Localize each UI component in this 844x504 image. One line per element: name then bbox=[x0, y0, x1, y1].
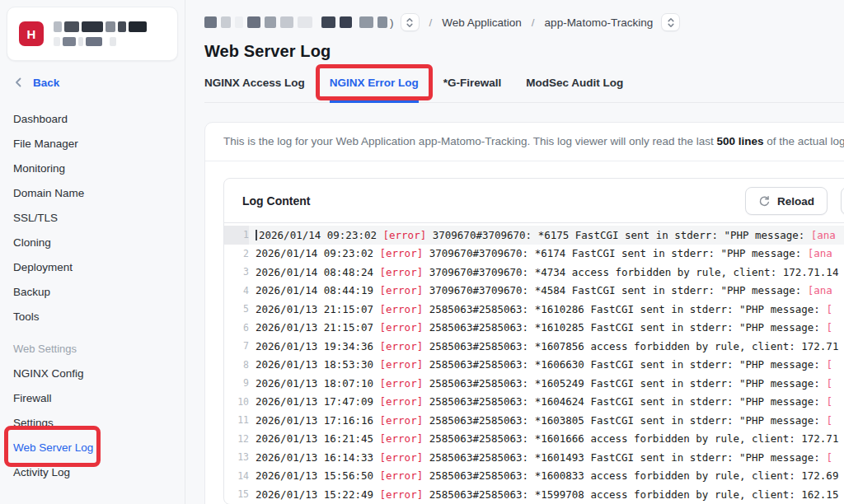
tab-modsec-audit-log[interactable]: ModSec Audit Log bbox=[526, 77, 623, 103]
breadcrumb-item-app[interactable]: app-Matomo-Tracking bbox=[545, 16, 654, 29]
log-line-text: 2026/01/14 09:23:02 [error] 3709670#3709… bbox=[256, 247, 832, 259]
tab-bar: NGINX Access LogNGINX Error Log*G-Firewa… bbox=[204, 77, 844, 103]
log-line-text: 2026/01/13 21:15:07 [error] 2585063#2585… bbox=[256, 321, 832, 334]
secondary-action-button[interactable] bbox=[841, 187, 844, 215]
log-line-number: 3 bbox=[224, 266, 249, 278]
log-line-text: 2026/01/13 16:14:33 [error] 2585063#2585… bbox=[256, 451, 832, 464]
log-line-number: 4 bbox=[224, 285, 249, 296]
log-line[interactable]: 82026/01/13 18:53:30 [error] 2585063#258… bbox=[224, 356, 844, 375]
sidebar-item-label: Tools bbox=[13, 305, 40, 329]
log-line[interactable]: 32026/01/14 08:48:24 [error] 3709670#370… bbox=[224, 263, 844, 282]
log-line[interactable]: 42026/01/14 08:44:19 [error] 3709670#370… bbox=[224, 282, 844, 301]
sidebar-item-dashboard[interactable]: Dashboard bbox=[0, 107, 185, 132]
log-line[interactable]: 112026/01/13 17:16:16 [error] 2585063#25… bbox=[224, 411, 844, 430]
back-label: Back bbox=[33, 77, 59, 89]
sidebar-item-label: Web Server Log bbox=[13, 436, 93, 460]
sidebar-item-label: Domain Name bbox=[13, 181, 84, 206]
sidebar-item-firewall[interactable]: Firewall bbox=[0, 386, 185, 411]
reload-icon bbox=[758, 195, 771, 208]
log-line-text: 2026/01/13 15:56:50 [error] 2585063#2585… bbox=[256, 469, 838, 482]
page-title: Web Server Log bbox=[204, 42, 844, 61]
sidebar-item-label: File Manager bbox=[13, 132, 78, 156]
sidebar-item-cloning[interactable]: Cloning bbox=[0, 231, 185, 255]
content-card: This is the log for your Web Application… bbox=[204, 122, 844, 504]
breadcrumb-separator: / bbox=[429, 16, 433, 29]
log-line-number: 8 bbox=[224, 359, 249, 371]
log-line-text: 2026/01/13 17:16:16 [error] 2585063#2585… bbox=[256, 414, 832, 427]
logo-icon: H bbox=[19, 21, 44, 46]
log-line-text: 2026/01/13 15:22:49 [error] 2585063#2585… bbox=[256, 488, 838, 501]
chevron-left-icon bbox=[15, 77, 21, 87]
log-line-number: 15 bbox=[224, 488, 249, 500]
sidebar-nav: DashboardFile ManagerMonitoringDomain Na… bbox=[0, 107, 185, 329]
sidebar: H Back DashboardFile ManagerM bbox=[0, 0, 185, 504]
log-line[interactable]: 52026/01/13 21:15:07 [error] 2585063#258… bbox=[224, 300, 844, 319]
tab--g-firewall[interactable]: *G-Firewall bbox=[443, 77, 502, 103]
app-selector-button[interactable] bbox=[661, 13, 680, 31]
sidebar-item-label: Settings bbox=[13, 411, 54, 436]
log-line[interactable]: 72026/01/13 19:34:36 [error] 2585063#258… bbox=[224, 337, 844, 356]
breadcrumb-separator: / bbox=[532, 16, 535, 29]
banner-bold: 500 lines bbox=[717, 135, 764, 147]
sidebar-item-deployment[interactable]: Deployment bbox=[0, 255, 185, 280]
sidebar-item-label: SSL/TLS bbox=[13, 206, 58, 231]
sidebar-item-web-server-log[interactable]: Web Server Log bbox=[0, 436, 185, 460]
log-line-text: 2026/01/13 19:34:36 [error] 2585063#2585… bbox=[256, 340, 838, 352]
log-line-number: 12 bbox=[224, 433, 249, 445]
log-line[interactable]: 12026/01/14 09:23:02 [error] 3709670#370… bbox=[224, 226, 844, 245]
sidebar-item-nginx-config[interactable]: NGINX Config bbox=[0, 362, 185, 386]
log-line-text: 2026/01/13 16:21:45 [error] 2585063#2585… bbox=[256, 432, 838, 445]
sidebar-item-monitoring[interactable]: Monitoring bbox=[0, 156, 185, 181]
tab-nginx-error-log[interactable]: NGINX Error Log bbox=[330, 77, 419, 103]
sidebar-item-activity-log[interactable]: Activity Log bbox=[0, 460, 185, 485]
log-line-text: 2026/01/14 08:48:24 [error] 3709670#3709… bbox=[256, 266, 838, 278]
sidebar-item-label: NGINX Config bbox=[13, 362, 84, 386]
log-content: 12026/01/14 09:23:02 [error] 3709670#370… bbox=[224, 223, 844, 504]
log-line-text: 2026/01/13 17:47:09 [error] 2585063#2585… bbox=[256, 395, 832, 408]
sidebar-item-file-manager[interactable]: File Manager bbox=[0, 132, 185, 156]
sidebar-item-domain-name[interactable]: Domain Name bbox=[0, 181, 185, 206]
reload-button[interactable]: Reload bbox=[745, 187, 828, 215]
tab-nginx-access-log[interactable]: NGINX Access Log bbox=[204, 77, 305, 103]
log-line[interactable]: 62026/01/13 21:15:07 [error] 2585063#258… bbox=[224, 319, 844, 338]
sidebar-nav-websettings: NGINX ConfigFirewallSettingsWeb Server L… bbox=[0, 362, 185, 485]
breadcrumb-item-web-application[interactable]: Web Application bbox=[442, 16, 522, 29]
account-card[interactable]: H bbox=[7, 7, 178, 61]
log-line-number: 6 bbox=[224, 322, 249, 334]
sidebar-item-tools[interactable]: Tools bbox=[0, 305, 185, 329]
log-line-number: 2 bbox=[224, 248, 249, 259]
log-line-text: 2026/01/13 21:15:07 [error] 2585063#2585… bbox=[256, 303, 832, 315]
log-line[interactable]: 152026/01/13 15:22:49 [error] 2585063#25… bbox=[224, 485, 844, 504]
log-line-number: 5 bbox=[224, 303, 249, 315]
redacted-breadcrumb-text bbox=[204, 16, 387, 28]
log-line[interactable]: 132026/01/13 16:14:33 [error] 2585063#25… bbox=[224, 448, 844, 467]
log-line[interactable]: 142026/01/13 15:56:50 [error] 2585063#25… bbox=[224, 467, 844, 486]
log-panel-actions: Reload bbox=[745, 187, 844, 215]
log-line-number: 7 bbox=[224, 340, 249, 352]
back-button[interactable]: Back bbox=[15, 76, 185, 89]
sidebar-item-label: Cloning bbox=[13, 231, 51, 255]
log-line-text: 2026/01/13 18:07:10 [error] 2585063#2585… bbox=[256, 377, 832, 390]
log-panel: Log Content Reload 12026/01/14 09:23:02 … bbox=[223, 178, 844, 504]
main-content: ) / Web Application / app-Matomo-Trackin… bbox=[185, 0, 844, 504]
sidebar-item-label: Deployment bbox=[13, 255, 73, 280]
breadcrumb: ) / Web Application / app-Matomo-Trackin… bbox=[204, 13, 844, 31]
server-selector-button[interactable] bbox=[401, 13, 420, 31]
sidebar-section-label: Web Settings bbox=[0, 337, 185, 362]
sidebar-item-backup[interactable]: Backup bbox=[0, 280, 185, 305]
sidebar-item-settings[interactable]: Settings bbox=[0, 411, 185, 436]
log-line[interactable]: 122026/01/13 16:21:45 [error] 2585063#25… bbox=[224, 430, 844, 449]
log-line-number: 11 bbox=[224, 414, 249, 426]
sidebar-item-label: Activity Log bbox=[13, 460, 70, 485]
info-banner: This is the log for your Web Application… bbox=[205, 123, 844, 161]
log-line-number: 10 bbox=[224, 396, 249, 408]
redacted-account-text bbox=[54, 21, 147, 46]
log-line-number: 14 bbox=[224, 470, 249, 482]
log-line-text: 2026/01/14 09:23:02 [error] 3709670#3709… bbox=[256, 229, 836, 241]
sidebar-item-label: Firewall bbox=[13, 386, 52, 411]
log-line[interactable]: 22026/01/14 09:23:02 [error] 3709670#370… bbox=[224, 245, 844, 264]
log-line[interactable]: 102026/01/13 17:47:09 [error] 2585063#25… bbox=[224, 393, 844, 412]
sidebar-item-ssl-tls[interactable]: SSL/TLS bbox=[0, 206, 185, 231]
log-line[interactable]: 92026/01/13 18:07:10 [error] 2585063#258… bbox=[224, 374, 844, 393]
log-line-number: 9 bbox=[224, 377, 249, 389]
